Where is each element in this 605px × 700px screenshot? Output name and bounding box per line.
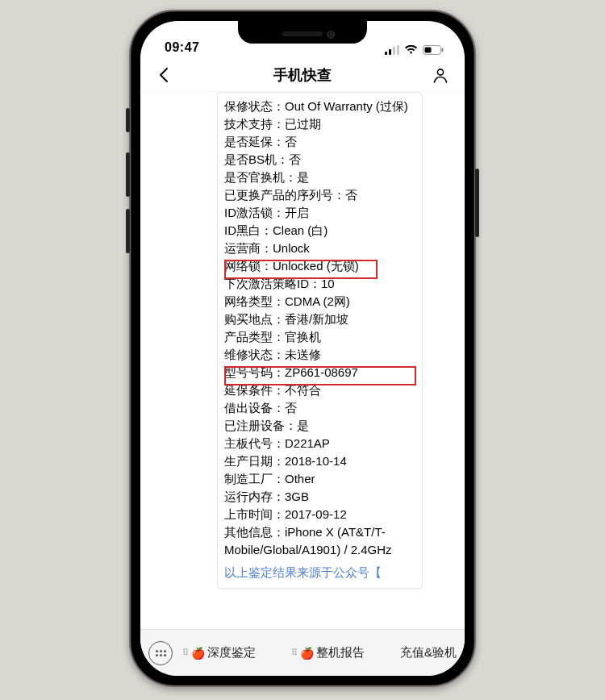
- content-area[interactable]: 保修状态：Out Of Warranty (过保)技术支持：已过期是否延保：否是…: [140, 92, 465, 629]
- report-row: 已注册设备：是: [224, 417, 415, 435]
- keyboard-icon: [156, 650, 166, 656]
- separator: ：: [273, 454, 285, 468]
- report-value: 2018-10-14: [285, 454, 347, 468]
- volume-up-button: [126, 152, 130, 197]
- report-label: 已注册设备: [224, 419, 285, 432]
- separator: ：: [273, 206, 285, 219]
- report-value: Clean (白): [273, 223, 328, 237]
- separator: ：: [285, 419, 297, 432]
- separator: ：: [273, 401, 285, 415]
- report-row: 延保条件：不符合: [224, 381, 415, 399]
- separator: ：: [261, 223, 273, 237]
- report-label: 延保条件: [224, 383, 273, 397]
- phone-frame: 09:47: [129, 10, 476, 687]
- report-label: 技术支持: [224, 117, 273, 131]
- action-full-report[interactable]: ⠿ 🍎 整机报告: [291, 645, 365, 660]
- report-label: 是否BS机: [224, 152, 277, 166]
- back-button[interactable]: [152, 63, 176, 87]
- report-row: 是否BS机：否: [224, 151, 415, 169]
- action-label: 充值&验机: [400, 645, 457, 660]
- report-label: 网络锁: [224, 259, 261, 273]
- keyboard-toggle-button[interactable]: [148, 641, 173, 665]
- notch: [238, 21, 367, 44]
- report-value: 已过期: [285, 117, 321, 131]
- report-row: 已更换产品的序列号：否: [224, 186, 415, 204]
- separator: ：: [273, 135, 285, 148]
- separator: ：: [273, 490, 285, 503]
- mute-switch: [126, 108, 130, 132]
- volume-down-button: [126, 209, 130, 253]
- report-value: Unlocked (无锁): [273, 259, 359, 273]
- action-deep-check[interactable]: ⠿ 🍎 深度鉴定: [182, 645, 256, 660]
- report-value: CDMA (2网): [285, 294, 350, 308]
- report-value: Other: [285, 472, 315, 485]
- separator: ：: [273, 472, 285, 485]
- separator: ：: [273, 117, 285, 131]
- report-label: ID黑白: [224, 223, 261, 237]
- separator: ：: [273, 383, 285, 397]
- cellular-icon: [385, 45, 399, 55]
- report-row: 维修状态：未送修: [224, 346, 415, 364]
- apple-icon: 🍎: [191, 648, 205, 659]
- report-row: 运营商：Unlock: [224, 240, 415, 257]
- report-label: 其他信息: [224, 525, 273, 539]
- nav-bar: 手机快查: [140, 58, 465, 92]
- report-label: 型号号码: [224, 365, 273, 379]
- separator: ：: [273, 507, 285, 521]
- report-row: 是否延保：否: [224, 133, 415, 151]
- separator: ：: [261, 241, 273, 255]
- report-value: 否: [285, 401, 297, 415]
- separator: ：: [273, 365, 285, 379]
- report-label: 保修状态: [224, 99, 273, 113]
- separator: ：: [273, 525, 285, 539]
- report-value: 香港/新加坡: [285, 312, 348, 326]
- report-label: 是否官换机: [224, 170, 285, 184]
- report-row: 是否官换机：是: [224, 169, 415, 186]
- report-label: ID激活锁: [224, 206, 273, 219]
- power-button: [475, 169, 479, 237]
- report-value: 否: [285, 135, 297, 148]
- report-label: 运行内存: [224, 490, 273, 503]
- svg-rect-2: [393, 47, 395, 55]
- report-value: Out Of Warranty (过保): [285, 99, 408, 113]
- report-row: 其他信息：iPhone X (AT&T/T-Mobile/Global/A190…: [224, 523, 415, 559]
- report-row: ID黑白：Clean (白): [224, 222, 415, 240]
- report-value: 不符合: [285, 383, 321, 397]
- report-value: 10: [321, 277, 335, 290]
- report-row: 制造工厂：Other: [224, 470, 415, 488]
- report-row: 运行内存：3GB: [224, 488, 415, 506]
- chevron-left-icon: [158, 67, 169, 83]
- separator: ：: [273, 436, 285, 450]
- person-icon: [432, 67, 449, 83]
- separator: ：: [285, 170, 297, 184]
- profile-button[interactable]: [429, 64, 452, 86]
- bottom-bar: ⠿ 🍎 深度鉴定 ⠿ 🍎 整机报告 充值&验机: [140, 629, 465, 676]
- report-value: 3GB: [285, 490, 309, 503]
- svg-rect-1: [389, 49, 391, 55]
- report-label: 借出设备: [224, 401, 273, 415]
- report-label: 下次激活策略ID: [224, 277, 309, 290]
- report-label: 上市时间: [224, 507, 273, 521]
- page-title: 手机快查: [273, 65, 332, 85]
- separator: ：: [273, 330, 285, 344]
- report-value: 未送修: [285, 348, 321, 361]
- screen: 09:47: [140, 21, 465, 676]
- separator: ：: [273, 294, 285, 308]
- report-label: 购买地点: [224, 312, 273, 326]
- wifi-icon: [404, 45, 418, 55]
- report-label: 制造工厂: [224, 472, 273, 485]
- report-value: ZP661-08697: [285, 365, 358, 379]
- report-row: 网络类型：CDMA (2网): [224, 293, 415, 310]
- action-label: 整机报告: [316, 645, 365, 660]
- report-value: Unlock: [273, 241, 310, 255]
- action-recharge-verify[interactable]: 充值&验机: [400, 645, 457, 660]
- report-row: 上市时间：2017-09-12: [224, 506, 415, 523]
- battery-icon: [423, 45, 444, 55]
- report-label: 网络类型: [224, 294, 273, 308]
- svg-point-7: [437, 69, 443, 74]
- report-row: 型号号码：ZP661-08697: [224, 364, 415, 381]
- report-row: 保修状态：Out Of Warranty (过保): [224, 98, 415, 115]
- report-footnote[interactable]: 以上鉴定结果来源于公众号【: [224, 564, 415, 581]
- report-label: 生产日期: [224, 454, 273, 468]
- report-bubble: 保修状态：Out Of Warranty (过保)技术支持：已过期是否延保：否是…: [217, 92, 423, 589]
